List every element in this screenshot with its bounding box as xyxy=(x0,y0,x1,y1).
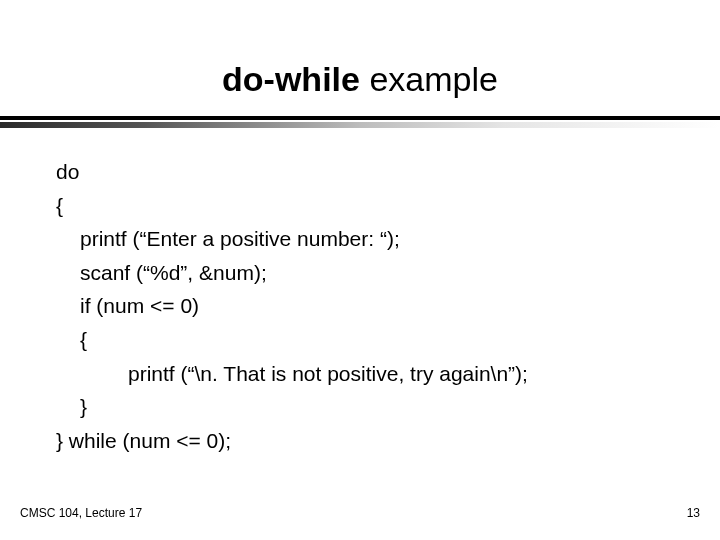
footer-course: CMSC 104, Lecture 17 xyxy=(20,506,142,520)
code-line: { xyxy=(56,323,686,357)
title-bold: do-while xyxy=(222,60,360,98)
code-line: } while (num <= 0); xyxy=(56,424,686,458)
code-block: do { printf (“Enter a positive number: “… xyxy=(56,155,686,457)
code-line: { xyxy=(56,189,686,223)
title-rest: example xyxy=(360,60,498,98)
code-line: printf (“\n. That is not positive, try a… xyxy=(56,357,686,391)
code-line: if (num <= 0) xyxy=(56,289,686,323)
divider xyxy=(0,116,720,128)
slide: do-while example do { printf (“Enter a p… xyxy=(0,0,720,540)
code-line: printf (“Enter a positive number: “); xyxy=(56,222,686,256)
code-line: do xyxy=(56,155,686,189)
divider-gradient xyxy=(0,122,720,128)
slide-title: do-while example xyxy=(0,60,720,99)
divider-top xyxy=(0,116,720,120)
footer-page-number: 13 xyxy=(687,506,700,520)
code-line: scanf (“%d”, &num); xyxy=(56,256,686,290)
code-line: } xyxy=(56,390,686,424)
